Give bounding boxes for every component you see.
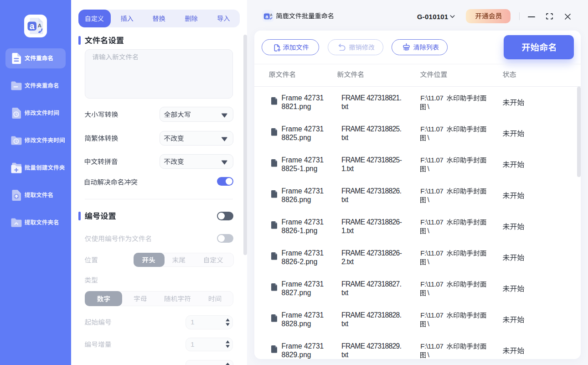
svg-text:a: a	[30, 21, 35, 31]
svg-text:A: A	[38, 23, 41, 28]
